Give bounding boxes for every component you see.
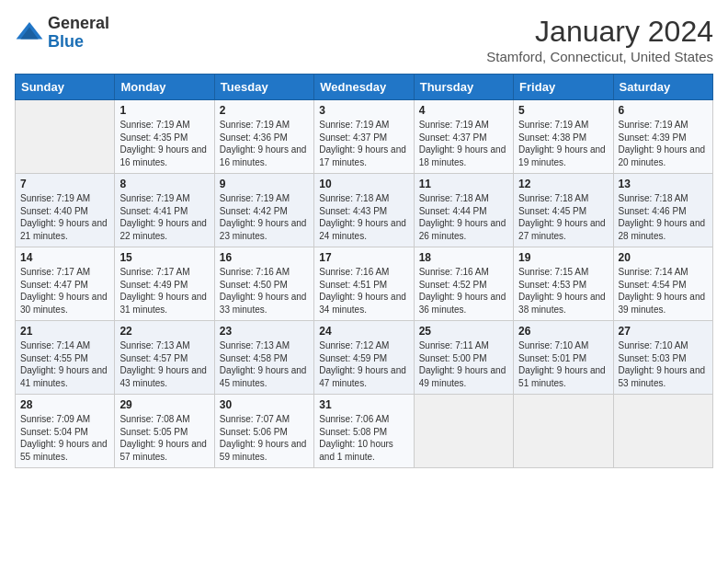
calendar-cell: 1Sunrise: 7:19 AM Sunset: 4:35 PM Daylig… [115, 100, 214, 174]
calendar-cell: 25Sunrise: 7:11 AM Sunset: 5:00 PM Dayli… [414, 321, 513, 395]
sunrise-time: Sunrise: 7:13 AM [119, 340, 189, 350]
day-number: 20 [619, 251, 708, 264]
calendar-cell: 19Sunrise: 7:15 AM Sunset: 4:53 PM Dayli… [514, 247, 613, 321]
day-info: Sunrise: 7:16 AM Sunset: 4:52 PM Dayligh… [419, 266, 508, 316]
sunrise-time: Sunrise: 7:18 AM [619, 193, 688, 203]
weekday-header-friday: Friday [514, 75, 613, 100]
daylight-hours: Daylight: 9 hours and 33 minutes. [220, 292, 307, 315]
calendar-cell: 24Sunrise: 7:12 AM Sunset: 4:59 PM Dayli… [314, 321, 414, 395]
day-info: Sunrise: 7:19 AM Sunset: 4:35 PM Dayligh… [119, 119, 209, 168]
sunrise-time: Sunrise: 7:19 AM [119, 193, 189, 203]
day-info: Sunrise: 7:18 AM Sunset: 4:46 PM Dayligh… [619, 192, 708, 242]
sunrise-time: Sunrise: 7:16 AM [220, 267, 290, 277]
day-number: 3 [319, 104, 408, 117]
daylight-hours: Daylight: 9 hours and 51 minutes. [518, 365, 606, 388]
logo-blue: Blue [48, 32, 84, 51]
day-number: 15 [119, 251, 209, 264]
day-info: Sunrise: 7:09 AM Sunset: 5:04 PM Dayligh… [20, 413, 109, 463]
calendar-week-1: 1Sunrise: 7:19 AM Sunset: 4:35 PM Daylig… [16, 100, 713, 174]
day-number: 29 [119, 398, 209, 411]
day-number: 19 [518, 251, 608, 264]
daylight-hours: Daylight: 9 hours and 21 minutes. [20, 218, 108, 241]
sunset-time: Sunset: 4:43 PM [319, 206, 387, 216]
day-info: Sunrise: 7:14 AM Sunset: 4:54 PM Dayligh… [619, 266, 708, 316]
sunset-time: Sunset: 4:52 PM [419, 280, 487, 290]
logo: General Blue [15, 15, 109, 52]
calendar-cell: 23Sunrise: 7:13 AM Sunset: 4:58 PM Dayli… [214, 321, 313, 395]
calendar-cell: 18Sunrise: 7:16 AM Sunset: 4:52 PM Dayli… [414, 247, 513, 321]
day-info: Sunrise: 7:10 AM Sunset: 5:03 PM Dayligh… [619, 339, 708, 389]
day-info: Sunrise: 7:19 AM Sunset: 4:40 PM Dayligh… [20, 192, 109, 242]
calendar-table: SundayMondayTuesdayWednesdayThursdayFrid… [15, 74, 713, 468]
daylight-hours: Daylight: 9 hours and 16 minutes. [220, 144, 307, 167]
sunrise-time: Sunrise: 7:17 AM [119, 267, 189, 277]
day-info: Sunrise: 7:19 AM Sunset: 4:41 PM Dayligh… [119, 192, 209, 242]
daylight-hours: Daylight: 9 hours and 20 minutes. [619, 144, 706, 167]
sunset-time: Sunset: 5:00 PM [419, 353, 487, 363]
calendar-cell: 11Sunrise: 7:18 AM Sunset: 4:44 PM Dayli… [414, 174, 513, 247]
daylight-hours: Daylight: 9 hours and 47 minutes. [319, 365, 406, 388]
sunrise-time: Sunrise: 7:18 AM [319, 193, 389, 203]
weekday-header-monday: Monday [115, 75, 214, 100]
daylight-hours: Daylight: 9 hours and 26 minutes. [419, 218, 506, 241]
sunrise-time: Sunrise: 7:16 AM [319, 267, 389, 277]
title-block: January 2024 Stamford, Connecticut, Unit… [486, 15, 713, 64]
day-number: 23 [220, 325, 309, 338]
day-number: 14 [20, 251, 109, 264]
daylight-hours: Daylight: 9 hours and 49 minutes. [419, 365, 506, 388]
day-number: 8 [119, 178, 209, 190]
logo-text: General Blue [48, 15, 109, 52]
daylight-hours: Daylight: 10 hours and 1 minute. [319, 439, 393, 462]
day-info: Sunrise: 7:14 AM Sunset: 4:55 PM Dayligh… [20, 339, 109, 389]
day-number: 7 [20, 178, 109, 190]
sunset-time: Sunset: 4:37 PM [319, 132, 387, 143]
daylight-hours: Daylight: 9 hours and 53 minutes. [619, 365, 706, 388]
calendar-cell: 12Sunrise: 7:18 AM Sunset: 4:45 PM Dayli… [514, 174, 613, 247]
calendar-week-5: 28Sunrise: 7:09 AM Sunset: 5:04 PM Dayli… [16, 395, 713, 468]
sunset-time: Sunset: 4:47 PM [20, 280, 88, 290]
calendar-cell: 4Sunrise: 7:19 AM Sunset: 4:37 PM Daylig… [414, 100, 513, 174]
sunrise-time: Sunrise: 7:19 AM [518, 120, 588, 130]
calendar-cell: 9Sunrise: 7:19 AM Sunset: 4:42 PM Daylig… [214, 174, 313, 247]
logo-icon [15, 18, 44, 48]
sunset-time: Sunset: 4:37 PM [419, 132, 487, 143]
sunset-time: Sunset: 4:51 PM [319, 280, 387, 290]
day-info: Sunrise: 7:17 AM Sunset: 4:47 PM Dayligh… [20, 266, 109, 316]
day-number: 21 [20, 325, 109, 338]
sunset-time: Sunset: 5:05 PM [119, 427, 188, 437]
day-info: Sunrise: 7:18 AM Sunset: 4:45 PM Dayligh… [518, 192, 608, 242]
calendar-body: 1Sunrise: 7:19 AM Sunset: 4:35 PM Daylig… [16, 100, 713, 468]
sunset-time: Sunset: 4:46 PM [619, 206, 687, 216]
daylight-hours: Daylight: 9 hours and 17 minutes. [319, 144, 406, 167]
sunset-time: Sunset: 4:55 PM [20, 353, 88, 363]
sunset-time: Sunset: 5:04 PM [20, 427, 88, 437]
day-info: Sunrise: 7:12 AM Sunset: 4:59 PM Dayligh… [319, 339, 408, 389]
sunset-time: Sunset: 4:58 PM [220, 353, 288, 363]
weekday-header-wednesday: Wednesday [314, 75, 414, 100]
month-title: January 2024 [486, 15, 713, 49]
calendar-cell: 13Sunrise: 7:18 AM Sunset: 4:46 PM Dayli… [613, 174, 712, 247]
day-info: Sunrise: 7:10 AM Sunset: 5:01 PM Dayligh… [518, 339, 608, 389]
day-info: Sunrise: 7:18 AM Sunset: 4:43 PM Dayligh… [319, 192, 408, 242]
calendar-cell: 16Sunrise: 7:16 AM Sunset: 4:50 PM Dayli… [214, 247, 313, 321]
sunset-time: Sunset: 4:35 PM [119, 132, 188, 143]
sunset-time: Sunset: 4:54 PM [619, 280, 687, 290]
day-info: Sunrise: 7:18 AM Sunset: 4:44 PM Dayligh… [419, 192, 508, 242]
sunrise-time: Sunrise: 7:19 AM [119, 120, 189, 130]
sunrise-time: Sunrise: 7:16 AM [419, 267, 489, 277]
sunrise-time: Sunrise: 7:14 AM [20, 340, 90, 350]
sunset-time: Sunset: 4:57 PM [119, 353, 188, 363]
sunrise-time: Sunrise: 7:13 AM [220, 340, 290, 350]
sunset-time: Sunset: 4:42 PM [220, 206, 288, 216]
sunrise-time: Sunrise: 7:19 AM [20, 193, 90, 203]
sunset-time: Sunset: 4:44 PM [419, 206, 487, 216]
weekday-header-thursday: Thursday [414, 75, 513, 100]
page-header: General Blue January 2024 Stamford, Conn… [15, 15, 713, 64]
day-info: Sunrise: 7:06 AM Sunset: 5:08 PM Dayligh… [319, 413, 408, 463]
day-number: 5 [518, 104, 608, 117]
calendar-cell [16, 100, 115, 174]
daylight-hours: Daylight: 9 hours and 36 minutes. [419, 292, 506, 315]
logo-general: General [48, 14, 109, 32]
calendar-cell: 30Sunrise: 7:07 AM Sunset: 5:06 PM Dayli… [214, 395, 313, 468]
daylight-hours: Daylight: 9 hours and 23 minutes. [220, 218, 307, 241]
